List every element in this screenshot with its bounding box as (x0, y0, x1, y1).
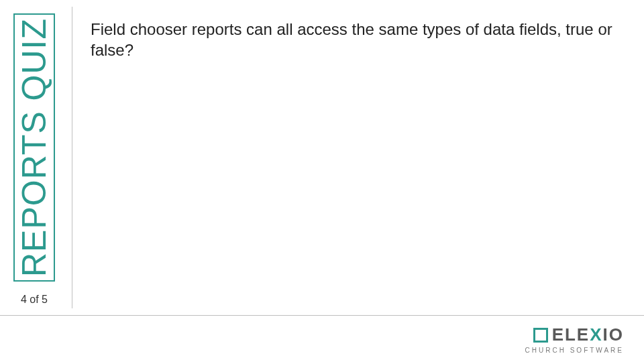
brand-logo: ELEXIO CHURCH SOFTWARE (525, 324, 624, 354)
slide: REPORTS QUIZ 4 of 5 Field chooser report… (0, 0, 644, 362)
sidebar-title: REPORTS QUIZ (15, 18, 54, 277)
logo-wordmark: ELEXIO (552, 324, 624, 345)
logo-mark-icon (533, 328, 548, 343)
logo-text-post: IO (603, 324, 624, 345)
progress-indicator: 4 of 5 (13, 294, 55, 306)
logo-subtitle: CHURCH SOFTWARE (525, 347, 624, 354)
logo-text-pre: ELE (552, 324, 590, 345)
question-text: Field chooser reports can all access the… (91, 19, 624, 60)
logo-main: ELEXIO (525, 324, 624, 345)
sidebar-title-box: REPORTS QUIZ (13, 13, 55, 282)
logo-text-highlight: X (590, 324, 602, 345)
horizontal-divider (0, 315, 644, 316)
vertical-divider (72, 7, 72, 308)
